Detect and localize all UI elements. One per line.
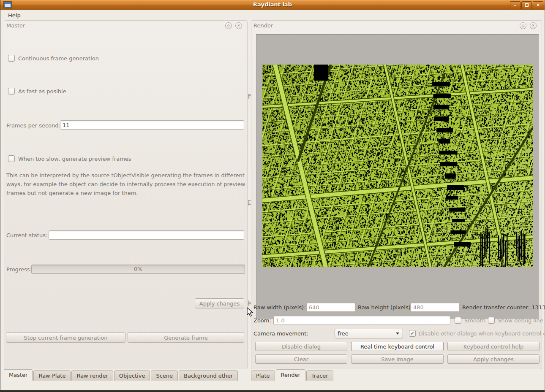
close-button[interactable]: ✕ [533,1,543,9]
tab-plate[interactable]: Plate [251,370,275,381]
render-panel: Render ◇ ✕ Raw width (pixels): Raw heigh… [251,20,542,369]
note-text: This can be interpreted by the source tO… [6,171,247,197]
as-fast-label: As fast as posible [18,88,66,95]
keyboard-control-help-button[interactable]: Keyboard control help [447,342,540,351]
render-transfer-counter: Render transfer counter: 1313 [462,304,545,311]
as-fast-checkbox[interactable] [8,88,15,95]
render-image[interactable] [262,65,533,267]
progress-text: 0% [134,266,143,272]
tab-objective[interactable]: Objective [114,370,150,381]
titlebar[interactable]: Raydiant lab – ✕ [0,0,545,10]
preview-frames-label: When too slow, generate preview frames [18,156,131,162]
zoom-label: Zoom: [253,317,271,324]
apply-changes-button[interactable]: Apply changes [195,298,244,308]
tab-scene[interactable]: Scene [151,370,178,381]
render-transfer-counter-value: 1313 [531,304,545,311]
realtime-keyboard-control-button[interactable]: Real time keyboard control [351,342,444,351]
disable-other-dialogs-checkbox[interactable]: ✔ [409,330,416,337]
smooth-checkbox[interactable] [455,317,461,324]
fps-input[interactable] [60,120,244,130]
render-viewport [256,34,539,319]
splitter-grip[interactable] [248,94,251,99]
left-tabbar: Master Raw Plate Raw render Objective Sc… [4,369,239,381]
camera-movement-value: free [338,330,349,337]
close-panel-icon[interactable]: ✕ [530,22,537,29]
apply-changes-button[interactable]: Apply changes [447,354,540,364]
tab-render[interactable]: Render [276,369,305,381]
maximize-icon [525,3,529,7]
continuous-frame-label: Continuous frame generation [18,55,99,62]
detach-panel-icon[interactable]: ◇ [520,22,526,29]
master-panel: Master ◇ ✕ Continuous frame generation A… [4,20,248,369]
smooth-label: Smooth [464,317,485,324]
camera-movement-label: Camera movement: [253,330,308,337]
right-tabbar: Plate Render Tracer [251,369,334,381]
progress-bar: 0% [31,265,245,274]
continuous-frame-checkbox[interactable] [8,55,15,62]
chevron-down-icon [396,333,399,335]
render-panel-title: Render [253,22,273,29]
save-image-button[interactable]: Save image [351,354,444,364]
preview-frames-checkbox[interactable] [8,155,15,162]
tab-master[interactable]: Master [4,369,33,381]
detach-panel-icon[interactable]: ◇ [225,22,232,29]
tab-raw-plate[interactable]: Raw Plate [33,370,71,381]
current-status-input[interactable] [49,230,244,240]
raw-width-label: Raw width (pixels): [253,304,306,311]
current-status-label: Current status: [6,232,47,238]
maximize-button[interactable] [521,1,532,9]
zoom-input[interactable] [273,316,450,325]
fps-label: Frames per second: [6,122,60,129]
splitter-grip[interactable] [248,300,251,306]
close-icon: ✕ [536,3,540,8]
show-debug-line-label: Show debug line [498,317,543,324]
master-panel-title: Master [6,22,25,29]
minimize-icon: – [514,3,517,8]
show-debug-line-checkbox[interactable] [488,317,495,324]
window-bottom-edge [0,390,545,392]
minimize-button[interactable]: – [510,1,520,9]
clear-button[interactable]: Clear [255,354,347,364]
tab-raw-render[interactable]: Raw render [71,370,113,381]
menu-help[interactable]: Help [5,11,24,19]
camera-movement-select[interactable]: free [335,329,403,338]
window-title: Raydiant lab [0,1,545,8]
raw-height-label: Raw height (pixels): [358,304,412,311]
generate-frame-button[interactable]: Generate frame [128,333,244,343]
tab-background-ether[interactable]: Background ether [179,370,238,381]
progress-label: Progress: [6,266,32,273]
splitter-grip[interactable] [248,200,251,205]
disable-other-dialogs-label: Disable other dialogs when keyboard cont… [419,330,545,337]
application-window: Raydiant lab – ✕ Help Master ◇ ✕ Continu… [0,0,545,392]
disable-dialog-button[interactable]: Disable dialog [255,342,347,351]
tab-tracer[interactable]: Tracer [306,370,333,381]
raw-height-input[interactable] [411,303,460,312]
menubar: Help [0,11,545,20]
close-panel-icon[interactable]: ✕ [235,22,242,29]
mouse-cursor [247,307,253,317]
stop-frame-generation-button[interactable]: Stop current frame generation [6,333,125,343]
raw-width-input[interactable] [306,303,355,312]
